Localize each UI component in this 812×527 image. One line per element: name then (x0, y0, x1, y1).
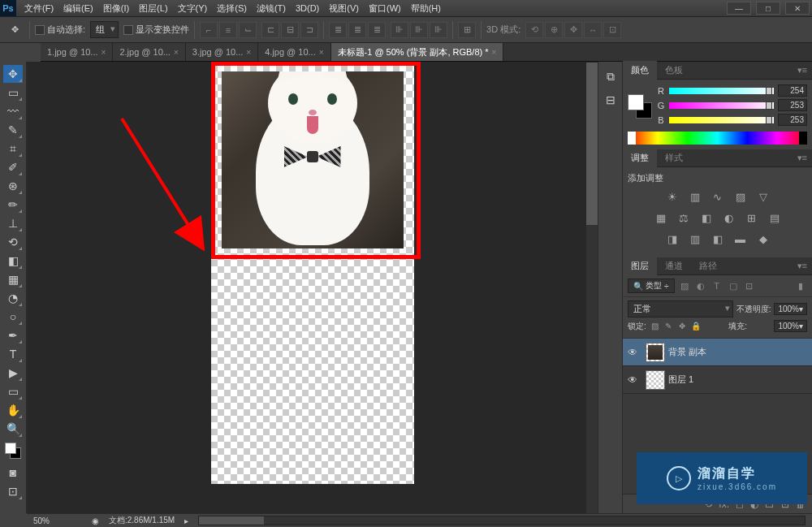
gradient-tool-icon[interactable]: ▦ (3, 270, 23, 288)
invert-icon[interactable]: ◨ (665, 231, 680, 246)
quick-select-tool-icon[interactable]: ✎ (3, 121, 23, 139)
adjust-filter-icon[interactable]: ◐ (694, 279, 707, 292)
move-tool-icon[interactable]: ✥ (3, 65, 23, 83)
doc-tab-2[interactable]: 2.jpg @ 10...× (113, 43, 185, 61)
styles-tab[interactable]: 样式 (657, 149, 691, 167)
menu-edit[interactable]: 编辑(E) (58, 2, 98, 15)
menu-filter[interactable]: 滤镜(T) (252, 2, 291, 15)
lock-pos-icon[interactable]: ✥ (677, 321, 688, 331)
zoom-level[interactable]: 50% (33, 516, 82, 525)
lock-all-icon[interactable]: 🔒 (691, 321, 702, 331)
lasso-tool-icon[interactable]: 〰 (3, 102, 23, 120)
align-vcenter-icon[interactable]: ≡ (219, 22, 237, 38)
3d-pan-icon[interactable]: ✥ (564, 22, 582, 38)
layers-tab[interactable]: 图层 (623, 257, 657, 275)
properties-panel-icon[interactable]: ⊟ (601, 89, 620, 111)
marquee-tool-icon[interactable]: ▭ (3, 84, 23, 102)
lookup-icon[interactable]: ▤ (767, 210, 782, 225)
menu-help[interactable]: 帮助(H) (406, 2, 446, 15)
panel-color-swatch[interactable] (628, 94, 652, 119)
path-select-tool-icon[interactable]: ▶ (3, 364, 23, 382)
adjustments-tab[interactable]: 调整 (623, 149, 657, 167)
3d-scale-icon[interactable]: ⊡ (603, 22, 621, 38)
menu-type[interactable]: 文字(Y) (173, 2, 213, 15)
layer-thumbnail[interactable] (646, 370, 665, 390)
menu-window[interactable]: 窗口(W) (364, 2, 406, 15)
exposure-icon[interactable]: ▨ (733, 189, 748, 204)
vertical-scrollbar[interactable] (586, 63, 598, 513)
channels-tab[interactable]: 通道 (657, 257, 691, 275)
3d-roll-icon[interactable]: ⊕ (545, 22, 563, 38)
b-value[interactable]: 253 (778, 114, 807, 126)
visibility-icon[interactable]: 👁 (623, 374, 642, 386)
fill-value[interactable]: 100% ▾ (774, 320, 807, 332)
lock-pixels-icon[interactable]: ✎ (663, 321, 674, 331)
menu-image[interactable]: 图像(I) (98, 2, 134, 15)
brightness-icon[interactable]: ☀ (665, 189, 680, 204)
layer-name[interactable]: 图层 1 (668, 374, 693, 386)
layer-thumbnail[interactable] (646, 343, 665, 362)
lock-trans-icon[interactable]: ▨ (650, 321, 660, 331)
doc-tab-4[interactable]: 4.jpg @ 10...× (258, 43, 330, 61)
fg-color-icon[interactable] (5, 443, 16, 454)
window-close-button[interactable]: ✕ (785, 2, 810, 15)
eyedropper-tool-icon[interactable]: ✐ (3, 158, 23, 176)
crop-tool-icon[interactable]: ⌗ (3, 140, 23, 158)
3d-slide-icon[interactable]: ↔ (584, 22, 602, 38)
eraser-tool-icon[interactable]: ◧ (3, 252, 23, 270)
smart-filter-icon[interactable]: ⊡ (743, 279, 756, 292)
r-value[interactable]: 254 (778, 84, 807, 97)
panel-menu-icon[interactable]: ▾≡ (793, 153, 812, 163)
shape-tool-icon[interactable]: ▭ (3, 382, 23, 400)
gradient-map-icon[interactable]: ▬ (733, 231, 748, 246)
type-filter-icon[interactable]: T (710, 279, 723, 292)
blur-tool-icon[interactable]: ◔ (3, 289, 23, 307)
brush-tool-icon[interactable]: ✏ (3, 196, 23, 214)
tab-close-icon[interactable]: × (102, 48, 106, 57)
panel-menu-icon[interactable]: ▾≡ (793, 65, 812, 76)
window-minimize-button[interactable]: — (727, 2, 751, 15)
heal-tool-icon[interactable]: ⊛ (3, 177, 23, 195)
auto-align-icon[interactable]: ⊞ (458, 22, 476, 38)
filter-toggle[interactable]: ▮ (794, 279, 807, 292)
auto-select-dropdown[interactable]: 组 (90, 21, 119, 38)
swatches-tab[interactable]: 色板 (657, 61, 691, 80)
layer-item[interactable]: 👁 背景 副本 (623, 339, 812, 366)
dodge-tool-icon[interactable]: ○ (3, 308, 23, 326)
photofilter-icon[interactable]: ◐ (722, 210, 736, 225)
pixel-filter-icon[interactable]: ▨ (678, 279, 691, 292)
layer-item[interactable]: 👁 图层 1 (623, 366, 812, 394)
screenmode-icon[interactable]: ⊡ (3, 482, 23, 500)
menu-view[interactable]: 视图(V) (324, 2, 364, 15)
tab-close-icon[interactable]: × (492, 48, 497, 57)
levels-icon[interactable]: ▥ (688, 189, 702, 204)
curves-icon[interactable]: ∿ (710, 189, 725, 204)
doc-info[interactable]: 文档:2.86M/1.15M (109, 515, 175, 526)
history-panel-icon[interactable]: ⧉ (601, 65, 620, 88)
type-tool-icon[interactable]: T (3, 345, 23, 363)
horizontal-scrollbar[interactable] (198, 516, 806, 525)
menu-layer[interactable]: 图层(L) (134, 2, 172, 15)
distribute-icon[interactable]: ≣ (329, 22, 347, 38)
layer-filter-kind[interactable]: 🔍 类型 ÷ (628, 279, 675, 293)
distribute-icon[interactable]: ⊪ (391, 22, 408, 38)
selective-icon[interactable]: ◆ (756, 231, 771, 246)
align-right-icon[interactable]: ⊐ (300, 22, 318, 38)
align-hcenter-icon[interactable]: ⊟ (281, 22, 299, 38)
align-left-icon[interactable]: ⊏ (261, 22, 279, 38)
g-slider[interactable] (669, 102, 774, 109)
color-tab[interactable]: 颜色 (623, 61, 657, 80)
tab-close-icon[interactable]: × (174, 48, 179, 57)
auto-select-checkbox[interactable] (35, 25, 45, 35)
show-transform-checkbox[interactable] (123, 25, 133, 35)
distribute-icon[interactable]: ⊪ (410, 22, 428, 38)
tab-close-icon[interactable]: × (246, 48, 251, 57)
history-brush-tool-icon[interactable]: ⟲ (3, 233, 23, 251)
canvas-document[interactable] (211, 62, 414, 484)
distribute-icon[interactable]: ≣ (368, 22, 386, 38)
r-slider[interactable] (669, 88, 774, 94)
align-top-icon[interactable]: ⌐ (200, 22, 218, 38)
visibility-icon[interactable]: 👁 (623, 347, 642, 358)
3d-orbit-icon[interactable]: ⟲ (525, 22, 543, 38)
spectrum-ramp[interactable] (628, 132, 807, 145)
